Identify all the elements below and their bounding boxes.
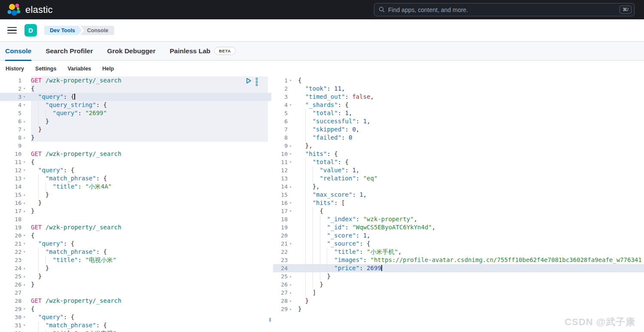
code-text[interactable]: }: [31, 264, 268, 272]
menu-icon[interactable]: [7, 27, 17, 34]
code-text[interactable]: "took": 11,: [298, 85, 641, 93]
code-line[interactable]: 29▾{: [0, 305, 271, 313]
code-text[interactable]: "total": {: [298, 158, 641, 166]
fold-toggle-icon[interactable]: ▾: [23, 166, 31, 174]
fold-toggle-icon[interactable]: ▴: [23, 280, 31, 289]
code-line[interactable]: 31▾"match_phrase": {: [0, 321, 271, 329]
code-line[interactable]: 11▾{: [0, 158, 271, 166]
fold-toggle-icon[interactable]: ▾: [23, 158, 31, 166]
fold-toggle-icon[interactable]: ▾: [23, 305, 31, 313]
code-line[interactable]: 24"price": 2699: [273, 264, 644, 272]
fold-toggle-icon[interactable]: ▾: [289, 158, 298, 166]
code-text[interactable]: "title": "小米手机",: [298, 248, 641, 256]
code-line[interactable]: 17▾{: [273, 207, 644, 215]
request-options-icon[interactable]: [256, 77, 258, 86]
search-input[interactable]: [388, 6, 620, 13]
code-line[interactable]: 30▾"query": {: [0, 313, 271, 321]
code-line[interactable]: 1▾{: [273, 76, 644, 85]
code-line[interactable]: 18: [0, 215, 271, 223]
fold-toggle-icon[interactable]: ▾: [23, 174, 31, 183]
code-text[interactable]: }: [31, 125, 268, 134]
code-line[interactable]: 1GET /wzk-property/_search: [0, 76, 271, 85]
code-line[interactable]: 2"took": 11,: [273, 85, 644, 93]
code-line[interactable]: 22▾"match_phrase": {: [0, 248, 271, 256]
fold-toggle-icon[interactable]: ▴: [23, 134, 31, 142]
code-line[interactable]: 28GET /wzk-property/_search: [0, 297, 271, 305]
code-line[interactable]: 23"title": "电视小米": [0, 256, 271, 264]
code-text[interactable]: "value": 1,: [298, 166, 641, 174]
code-text[interactable]: "title": "小米4A": [31, 183, 268, 191]
fold-toggle-icon[interactable]: ▾: [289, 150, 298, 158]
code-text[interactable]: "timed_out": false,: [298, 93, 641, 101]
tab-search-profiler[interactable]: Search Profiler: [46, 42, 93, 61]
fold-toggle-icon[interactable]: ▾: [23, 240, 31, 248]
fold-toggle-icon[interactable]: ▾: [23, 321, 31, 329]
code-text[interactable]: "successful": 1,: [298, 117, 641, 125]
code-line[interactable]: 13"relation": "eq": [273, 174, 644, 183]
code-line[interactable]: 22"title": "小米手机",: [273, 248, 644, 256]
code-line[interactable]: 10GET /wzk-property/_search: [0, 150, 271, 158]
code-line[interactable]: 3"timed_out": false,: [273, 93, 644, 101]
code-line[interactable]: 4▾"query_string": {: [0, 101, 271, 109]
code-text[interactable]: }: [31, 207, 268, 215]
code-line[interactable]: 12▾"query": {: [0, 166, 271, 174]
code-line[interactable]: 23"images": "https://profile-avatar.csdn…: [273, 256, 644, 264]
tab-painless-lab[interactable]: Painless LabBETA: [170, 42, 235, 61]
code-text[interactable]: }: [31, 134, 268, 142]
code-line[interactable]: 8▴}: [0, 134, 271, 142]
code-text[interactable]: "query": "2699": [31, 109, 268, 117]
code-line[interactable]: 25▴}: [273, 272, 644, 280]
code-line[interactable]: 27▴]: [273, 289, 644, 297]
code-line[interactable]: 14▴},: [273, 183, 644, 191]
code-text[interactable]: "price": 2699: [298, 264, 641, 272]
fold-toggle-icon[interactable]: ▾: [289, 101, 298, 109]
code-text[interactable]: "query_string": {: [31, 101, 268, 109]
code-text[interactable]: "query": {: [31, 166, 268, 174]
fold-toggle-icon[interactable]: ▴: [23, 125, 31, 134]
code-line[interactable]: 15▴}: [0, 191, 271, 199]
code-text[interactable]: }: [298, 297, 641, 305]
code-line[interactable]: 9▴},: [273, 142, 644, 150]
code-text[interactable]: {: [31, 231, 268, 240]
fold-toggle-icon[interactable]: ▾: [289, 76, 298, 85]
code-line[interactable]: 5"total": 1,: [273, 109, 644, 117]
fold-toggle-icon[interactable]: ▴: [289, 142, 298, 150]
code-text[interactable]: "title": "小米电视": [31, 329, 268, 332]
fold-toggle-icon[interactable]: ▴: [23, 272, 31, 280]
console-menu-history[interactable]: History: [6, 66, 24, 72]
fold-toggle-icon[interactable]: ▾: [23, 85, 31, 93]
code-text[interactable]: {: [31, 85, 268, 93]
breadcrumb-console[interactable]: Console: [79, 26, 114, 35]
code-text[interactable]: "hits": [: [298, 199, 641, 207]
code-text[interactable]: }: [31, 117, 268, 125]
response-viewer[interactable]: 1▾{2"took": 11,3"timed_out": false,4▾"_s…: [273, 76, 644, 332]
code-line[interactable]: 25▴}: [0, 272, 271, 280]
code-line[interactable]: 12"value": 1,: [273, 166, 644, 174]
code-text[interactable]: "images": "https://profile-avatar.csdnim…: [298, 256, 642, 264]
fold-toggle-icon[interactable]: ▾: [23, 101, 31, 109]
code-text[interactable]: "query": {: [31, 240, 268, 248]
code-line[interactable]: 8"failed": 0: [273, 134, 644, 142]
fold-toggle-icon[interactable]: ▾: [289, 207, 298, 215]
code-line[interactable]: 7"skipped": 0,: [273, 125, 644, 134]
fold-toggle-icon[interactable]: ▴: [23, 191, 31, 199]
code-text[interactable]: "match_phrase": {: [31, 248, 268, 256]
code-text[interactable]: GET /wzk-property/_search: [31, 223, 268, 231]
code-line[interactable]: 29▴}: [273, 305, 644, 313]
code-line[interactable]: 6▴}: [0, 117, 271, 125]
code-text[interactable]: {: [31, 305, 268, 313]
code-text[interactable]: },: [298, 183, 641, 191]
code-text[interactable]: "max_score": 1,: [298, 191, 641, 199]
code-text[interactable]: "match_phrase": {: [31, 174, 268, 183]
code-line[interactable]: 7▴}: [0, 125, 271, 134]
code-text[interactable]: }: [298, 305, 641, 313]
code-text[interactable]: "query": {: [31, 93, 268, 101]
fold-toggle-icon[interactable]: ▴: [23, 199, 31, 207]
code-line[interactable]: 9: [0, 142, 271, 150]
fold-toggle-icon[interactable]: ▴: [23, 264, 31, 272]
code-line[interactable]: 2▾{: [0, 85, 271, 93]
fold-toggle-icon[interactable]: ▴: [289, 280, 298, 289]
fold-toggle-icon[interactable]: ▴: [289, 289, 298, 297]
code-line[interactable]: 21▾"query": {: [0, 240, 271, 248]
fold-toggle-icon[interactable]: ▴: [23, 207, 31, 215]
